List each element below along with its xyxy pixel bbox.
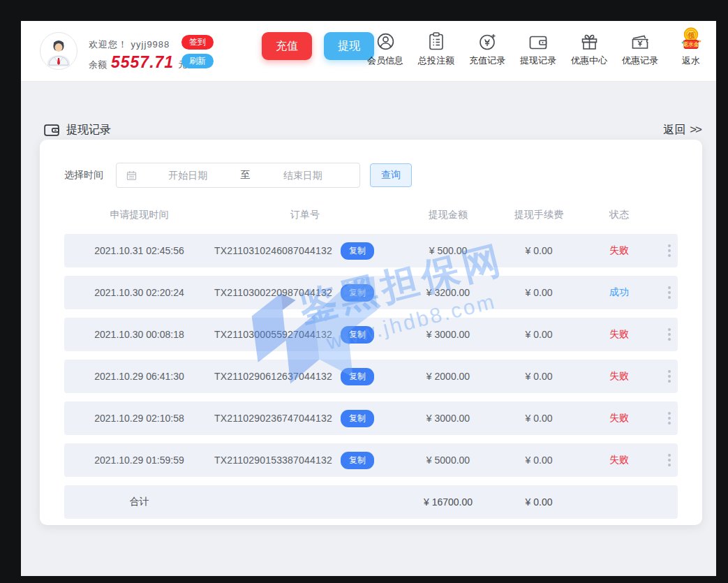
nav-item-promo-record[interactable]: 优惠记录 — [622, 30, 658, 67]
withdraw-record-icon — [528, 30, 548, 51]
copy-button[interactable]: 复制 — [341, 326, 374, 344]
copy-button[interactable]: 复制 — [341, 242, 374, 260]
withdraw-record-card: 选择时间 至 查询 申请提现时间 — [40, 140, 702, 525]
top-header-bar: 欢迎您！ yyjj9988 余额 5557.71 元 签到 刷新 充值 提现 会… — [21, 21, 716, 82]
total-bets-icon — [428, 30, 445, 51]
nav-label: 总投注额 — [418, 54, 454, 67]
header-status: 状态 — [577, 209, 661, 221]
signin-badge-button[interactable]: 签到 — [181, 35, 214, 50]
user-avatar-icon — [43, 36, 74, 66]
row-order-number: TX2110300055927044132 — [214, 329, 332, 340]
row-status: 失败 — [577, 370, 661, 383]
row-time: 2021.10.30 02:20:24 — [64, 287, 214, 298]
row-status: 失败 — [577, 454, 661, 466]
row-amount: ¥ 3000.00 — [396, 329, 500, 340]
nav-item-total-bets[interactable]: 总投注额 — [418, 30, 454, 67]
nav-label: 优惠记录 — [622, 54, 658, 67]
row-fee: ¥ 0.00 — [500, 413, 577, 424]
header-order: 订单号 — [214, 209, 396, 221]
copy-button[interactable]: 复制 — [341, 368, 374, 385]
row-menu-dots[interactable] — [661, 370, 678, 383]
row-fee: ¥ 0.00 — [500, 455, 577, 466]
member-info-icon — [376, 30, 395, 51]
row-time: 2021.10.30 00:08:18 — [64, 329, 214, 340]
row-menu-dots[interactable] — [661, 286, 678, 299]
back-arrows-icon: >> — [690, 123, 701, 137]
header-fee: 提现手续费 — [500, 209, 577, 221]
row-order-number: TX2110290153387044132 — [214, 455, 332, 466]
copy-button[interactable]: 复制 — [341, 284, 374, 302]
table-row: 2021.10.30 00:08:18 TX211030005592704413… — [64, 318, 678, 351]
svg-text:领: 领 — [687, 31, 695, 39]
row-menu-dots[interactable] — [661, 454, 678, 466]
nav-label: 优惠中心 — [571, 54, 607, 67]
calendar-icon — [126, 170, 137, 181]
header-amount: 提现金额 — [396, 209, 500, 221]
row-status: 失败 — [577, 328, 661, 341]
total-label: 合计 — [64, 496, 214, 508]
row-amount: ¥ 5000.00 — [396, 455, 500, 466]
filter-label: 选择时间 — [64, 169, 103, 182]
copy-button[interactable]: 复制 — [341, 410, 374, 427]
table-row: 2021.10.29 02:10:58 TX211029023674704413… — [64, 401, 678, 435]
header-time: 申请提现时间 — [64, 209, 214, 221]
welcome-text: 欢迎您！ yyjj9988 — [89, 38, 170, 51]
row-amount: ¥ 3000.00 — [396, 413, 500, 424]
back-link[interactable]: 返回 >> — [663, 123, 701, 138]
nav-label: 返水 — [682, 54, 700, 67]
table-total-row: 合计 ¥ 16700.00 ¥ 0.00 — [64, 485, 678, 519]
row-menu-dots[interactable] — [661, 412, 678, 425]
avatar[interactable] — [40, 32, 77, 70]
row-time: 2021.10.29 02:10:58 — [64, 413, 214, 424]
nav-label: 会员信息 — [367, 54, 403, 67]
row-fee: ¥ 0.00 — [500, 329, 577, 340]
row-fee: ¥ 0.00 — [500, 371, 577, 382]
row-order-number: TX2110290236747044132 — [214, 413, 332, 424]
promo-center-icon — [580, 30, 599, 51]
row-menu-dots[interactable] — [661, 328, 678, 341]
row-time: 2021.10.31 02:45:56 — [64, 245, 214, 256]
query-button[interactable]: 查询 — [370, 163, 412, 187]
nav-item-recharge-record[interactable]: 充值记录 — [469, 30, 505, 67]
table-row: 2021.10.29 01:59:59 TX211029015338704413… — [64, 443, 678, 477]
recharge-record-icon — [478, 30, 497, 51]
row-menu-dots[interactable] — [661, 244, 678, 257]
start-date-input[interactable] — [138, 170, 238, 181]
nav-label: 充值记录 — [469, 54, 505, 67]
date-filter-row: 选择时间 至 查询 — [64, 163, 678, 188]
total-amount: ¥ 16700.00 — [396, 496, 500, 508]
promo-record-icon — [630, 30, 650, 51]
range-separator: 至 — [238, 169, 253, 182]
balance-line: 余额 5557.71 元 — [89, 53, 187, 71]
row-status: 成功 — [577, 286, 661, 299]
nav-item-rebate[interactable]: 领 返水金 返水 — [673, 30, 709, 67]
row-fee: ¥ 0.00 — [500, 287, 577, 298]
table-row: 2021.10.30 02:20:24 TX211030022098704413… — [64, 276, 678, 309]
nav-item-member-info[interactable]: 会员信息 — [367, 30, 403, 67]
end-date-input[interactable] — [253, 170, 353, 181]
recharge-button[interactable]: 充值 — [262, 32, 312, 60]
back-label: 返回 — [663, 123, 685, 138]
row-fee: ¥ 0.00 — [500, 245, 577, 256]
app-screen: 欢迎您！ yyjj9988 余额 5557.71 元 签到 刷新 充值 提现 会… — [21, 21, 716, 576]
row-order-number: TX2110290612637044132 — [214, 371, 332, 382]
refresh-badge-button[interactable]: 刷新 — [181, 54, 214, 68]
nav-label: 提现记录 — [520, 54, 556, 67]
date-range-picker[interactable]: 至 — [116, 163, 360, 188]
svg-text:返水金: 返水金 — [683, 41, 699, 47]
balance-value: 5557.71 — [111, 53, 174, 71]
nav-item-promo-center[interactable]: 优惠中心 — [571, 30, 607, 67]
table-body: 2021.10.31 02:45:56 TX211031024608704413… — [64, 234, 678, 477]
rebate-coin-icon: 领 返水金 — [678, 30, 704, 51]
page-title: 提现记录 — [66, 123, 111, 138]
row-amount: ¥ 500.00 — [396, 245, 500, 256]
top-nav: 会员信息 总投注额 — [367, 30, 709, 67]
row-order-number: TX2110300220987044132 — [214, 287, 332, 298]
total-fee: ¥ 0.00 — [500, 496, 577, 508]
row-amount: ¥ 3200.00 — [396, 287, 500, 298]
balance-label: 余额 — [89, 59, 107, 71]
withdraw-record-title-icon — [43, 123, 60, 138]
row-status: 失败 — [577, 412, 661, 425]
nav-item-withdraw-record[interactable]: 提现记录 — [520, 30, 556, 67]
copy-button[interactable]: 复制 — [341, 452, 374, 469]
